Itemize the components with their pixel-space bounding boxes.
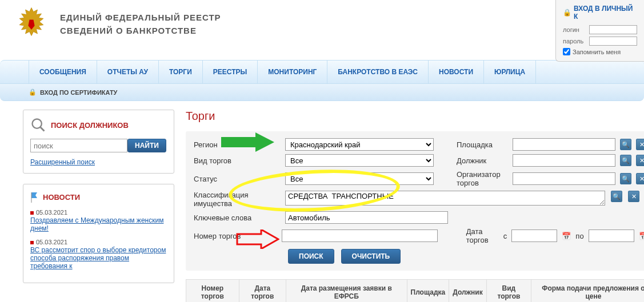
th-form[interactable]: Форма подачи предложения о цене	[531, 280, 644, 303]
th-type[interactable]: Вид торгов	[486, 280, 531, 303]
news-title: НОВОСТИ	[43, 193, 80, 202]
results-table: Номер торгов Дата торгов Дата размещения…	[186, 279, 644, 302]
bullet-icon	[30, 211, 34, 215]
keywords-label: Ключевые слова	[194, 214, 279, 222]
lookup-icon[interactable]: 🔍	[620, 173, 631, 184]
news-date: 05.03.2021	[36, 209, 67, 216]
clear-icon[interactable]: ✕	[636, 173, 644, 184]
login-box: 🔒 ВХОД В ЛИЧНЫЙ К логин пароль Запомнить…	[555, 0, 644, 62]
news-date: 05.03.2021	[36, 239, 67, 245]
platform-label: Площадка	[457, 140, 508, 149]
emblem-icon	[11, 6, 51, 46]
date-from-input[interactable]	[511, 229, 557, 242]
svg-point-0	[33, 119, 42, 128]
clear-icon[interactable]: ✕	[636, 155, 644, 166]
clear-icon[interactable]: ✕	[628, 191, 639, 202]
th-placement[interactable]: Дата размещения заявки в ЕФРСБ	[286, 280, 407, 303]
th-number[interactable]: Номер торгов	[186, 280, 239, 303]
clear-button[interactable]: ОЧИСТИТЬ	[341, 249, 401, 264]
th-platform[interactable]: Площадка	[407, 280, 449, 303]
type-select[interactable]: Все	[285, 154, 434, 167]
nav-legal[interactable]: ЮРЛИЦА	[484, 61, 536, 83]
search-debtors-title: ПОИСК ДОЛЖНИКОВ	[51, 121, 129, 130]
flag-icon	[30, 191, 38, 203]
remember-label: Запомнить меня	[573, 49, 621, 55]
nav-auctions[interactable]: ТОРГИ	[159, 61, 203, 83]
debtor-label: Должник	[457, 156, 508, 165]
classification-label: Классификация имущества	[194, 191, 279, 208]
nav-monitoring[interactable]: МОНИТОРИНГ	[258, 61, 327, 83]
cert-login-link[interactable]: ВХОД ПО СЕРТИФИКАТУ	[40, 89, 117, 96]
nav-news[interactable]: НОВОСТИ	[429, 61, 484, 83]
status-label: Статус	[194, 175, 279, 183]
number-input[interactable]	[282, 229, 438, 242]
nav-reports[interactable]: ОТЧЕТЫ АУ	[97, 61, 159, 83]
debtor-search-input[interactable]	[30, 139, 127, 152]
page-title: Торги	[186, 110, 644, 123]
platform-input[interactable]	[513, 138, 615, 151]
login-label: логин	[563, 26, 586, 33]
main-nav: СООБЩЕНИЯ ОТЧЕТЫ АУ ТОРГИ РЕЕСТРЫ МОНИТО…	[0, 60, 644, 84]
status-select[interactable]: Все	[285, 172, 434, 185]
remember-checkbox[interactable]	[563, 48, 570, 55]
clear-icon[interactable]: ✕	[636, 139, 644, 150]
annotation-green-arrow	[220, 132, 277, 152]
nav-registries[interactable]: РЕЕСТРЫ	[203, 61, 258, 83]
keywords-input[interactable]	[285, 211, 448, 224]
magnifier-icon	[30, 117, 46, 133]
type-label: Вид торгов	[194, 156, 279, 165]
region-select[interactable]: Краснодарский край	[285, 138, 434, 151]
calendar-icon[interactable]: 📅	[639, 232, 644, 240]
svg-line-1	[41, 127, 45, 131]
search-button[interactable]: ПОИСК	[288, 249, 334, 264]
find-button[interactable]: НАЙТИ	[127, 139, 166, 152]
extended-search-link[interactable]: Расширенный поиск	[30, 158, 95, 166]
classification-input[interactable]	[285, 191, 605, 206]
nav-eaes[interactable]: БАНКРОТСТВО В ЕАЭС	[327, 61, 429, 83]
search-form: Регион Краснодарский край Площадка 🔍 ✕ В…	[186, 131, 644, 271]
th-debtor[interactable]: Должник	[449, 280, 487, 303]
lock-icon: 🔒	[29, 88, 37, 96]
lookup-icon[interactable]: 🔍	[620, 155, 631, 166]
lock-icon: 🔒	[563, 9, 571, 17]
lookup-icon[interactable]: 🔍	[611, 191, 622, 202]
date-to-input[interactable]	[589, 229, 634, 242]
nav-messages[interactable]: СООБЩЕНИЯ	[29, 61, 97, 83]
date-label: Дата торгов	[466, 227, 499, 244]
annotation-red-arrow	[236, 229, 279, 249]
site-title: ЕДИНЫЙ ФЕДЕРАЛЬНЫЙ РЕЕСТР СВЕДЕНИЙ О БАН…	[60, 6, 221, 37]
password-label: пароль	[563, 38, 586, 45]
organizer-label: Организатор торгов	[457, 170, 508, 187]
news-link[interactable]: ВС рассмотрит спор о выборе кредитором с…	[30, 246, 166, 270]
date-to-label: по	[575, 232, 583, 240]
organizer-input[interactable]	[513, 172, 615, 185]
password-input[interactable]	[589, 37, 637, 46]
bullet-icon	[30, 241, 34, 244]
news-link[interactable]: Поздравляем с Международным женским днем…	[30, 216, 163, 232]
login-input[interactable]	[589, 25, 637, 34]
login-title[interactable]: ВХОД В ЛИЧНЫЙ К	[574, 5, 637, 21]
debtor-input[interactable]	[513, 154, 615, 167]
calendar-icon[interactable]: 📅	[562, 232, 571, 240]
th-date[interactable]: Дата торгов	[239, 280, 286, 303]
lookup-icon[interactable]: 🔍	[620, 139, 631, 150]
date-from-label: с	[503, 232, 507, 240]
